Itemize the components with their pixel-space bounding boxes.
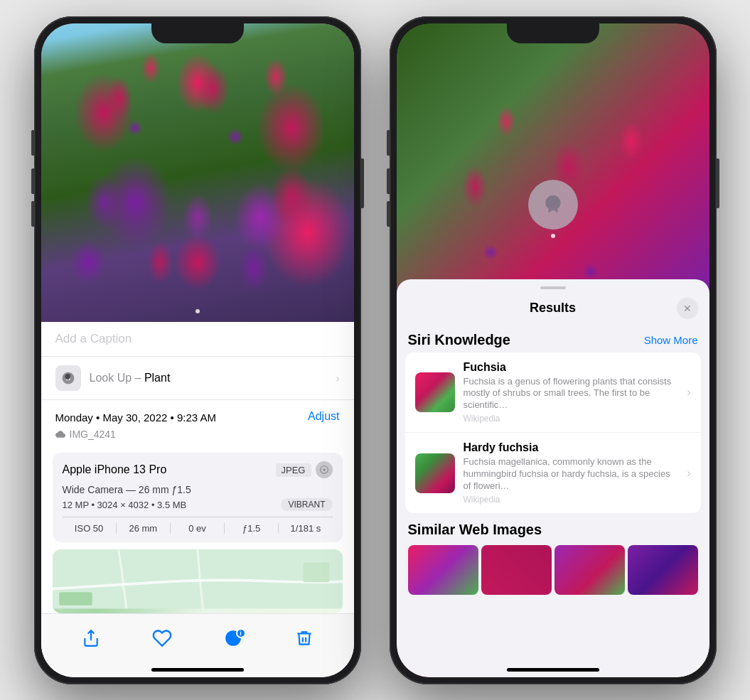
file-row: 12 MP • 3024 × 4032 • 3.5 MB VIBRANT: [63, 498, 333, 511]
hardy-name: Hardy fuchsia: [464, 441, 679, 454]
vibrant-badge: VIBRANT: [281, 498, 332, 511]
right-phone: Results ✕ Siri Knowledge Show More: [390, 16, 717, 684]
lookup-row[interactable]: Look Up – Plant ›: [41, 357, 354, 400]
info-panel: Add a Caption Look Up – Plant ›: [41, 322, 354, 613]
fuchsia-result[interactable]: Fuchsia Fuchsia is a genus of flowering …: [405, 352, 701, 434]
web-image-4[interactable]: [628, 545, 698, 595]
date-text: Monday • May 30, 2022 • 9:23 AM: [55, 410, 216, 425]
lookup-chevron: ›: [336, 372, 340, 384]
web-image-1[interactable]: [408, 545, 478, 595]
page-indicator: [195, 309, 200, 313]
exif-aperture: ƒ1.5: [225, 523, 279, 534]
svg-rect-2: [303, 563, 329, 583]
exif-shutter: 1/181 s: [279, 523, 332, 534]
results-overlay: Results ✕ Siri Knowledge Show More: [397, 279, 709, 677]
fuchsia-name: Fuchsia: [464, 361, 679, 374]
exif-iso: ISO 50: [63, 523, 117, 534]
results-header: Results ✕: [397, 289, 709, 325]
format-badge: JPEG: [276, 463, 311, 477]
web-images-grid: [408, 545, 698, 595]
hardy-source: Wikipedia: [464, 495, 679, 505]
cloud-icon: [55, 429, 65, 439]
heart-button[interactable]: [146, 623, 178, 654]
right-home-indicator: [507, 668, 599, 672]
hardy-chevron: ›: [687, 467, 690, 480]
siri-knowledge-header: Siri Knowledge Show More: [397, 325, 709, 352]
exif-row: ISO 50 26 mm 0 ev ƒ1.5 1/181 s: [63, 517, 333, 534]
delete-button[interactable]: [289, 623, 320, 654]
home-indicator: [151, 668, 244, 672]
phones-container: Add a Caption Look Up – Plant ›: [34, 16, 717, 684]
notch: [151, 23, 244, 43]
web-images-title: Similar Web Images: [408, 522, 698, 538]
fuchsia-source: Wikipedia: [464, 414, 679, 424]
exif-ev: 0 ev: [171, 523, 225, 534]
caption-area[interactable]: Add a Caption: [41, 322, 354, 357]
date-row: Monday • May 30, 2022 • 9:23 AM IMG_4241…: [41, 400, 354, 446]
fuchsia-desc: Fuchsia is a genus of flowering plants t…: [464, 376, 679, 412]
camera-name: Apple iPhone 13 Pro: [63, 463, 167, 476]
web-image-3[interactable]: [555, 545, 625, 595]
fuchsia-thumb: [415, 372, 455, 412]
hardy-desc: Fuchsia magellanica, commonly known as t…: [464, 456, 679, 492]
siri-knowledge-title: Siri Knowledge: [408, 332, 510, 348]
close-button[interactable]: ✕: [677, 298, 698, 319]
caption-placeholder[interactable]: Add a Caption: [55, 332, 132, 345]
fuchsia-content: Fuchsia Fuchsia is a genus of flowering …: [464, 361, 679, 424]
web-image-2[interactable]: [481, 545, 552, 595]
result-card: Fuchsia Fuchsia is a genus of flowering …: [405, 352, 701, 513]
flower-image: [41, 23, 354, 322]
results-title: Results: [429, 301, 677, 316]
adjust-button[interactable]: Adjust: [308, 410, 339, 423]
camera-badges: JPEG: [276, 461, 333, 478]
camera-card: Apple iPhone 13 Pro JPEG Wide Camera — 2…: [53, 453, 343, 542]
map-preview[interactable]: [53, 549, 343, 613]
camera-detail: Wide Camera — 26 mm ƒ1.5: [63, 484, 333, 495]
svg-point-0: [323, 468, 326, 471]
file-info: 12 MP • 3024 × 4032 • 3.5 MB: [63, 500, 187, 510]
hardy-thumb: [415, 453, 455, 493]
exif-focal: 26 mm: [117, 523, 171, 534]
show-more-button[interactable]: Show More: [644, 334, 698, 346]
info-button[interactable]: i: [218, 623, 249, 654]
web-images-section: Similar Web Images: [397, 515, 709, 599]
camera-settings-icon[interactable]: [316, 461, 333, 478]
siri-dot: [551, 234, 555, 238]
siri-bubble: [528, 180, 578, 230]
fuchsia-chevron: ›: [687, 386, 690, 399]
lookup-icon: [55, 365, 81, 391]
hardy-content: Hardy fuchsia Fuchsia magellanica, commo…: [464, 441, 679, 505]
hardy-fuchsia-result[interactable]: Hardy fuchsia Fuchsia magellanica, commo…: [405, 433, 701, 513]
filename: IMG_4241: [70, 428, 116, 442]
lookup-label: Look Up – Plant: [90, 372, 171, 384]
left-phone: Add a Caption Look Up – Plant ›: [34, 16, 361, 684]
svg-rect-3: [59, 592, 92, 605]
right-notch: [507, 23, 599, 43]
share-button[interactable]: [75, 623, 107, 654]
